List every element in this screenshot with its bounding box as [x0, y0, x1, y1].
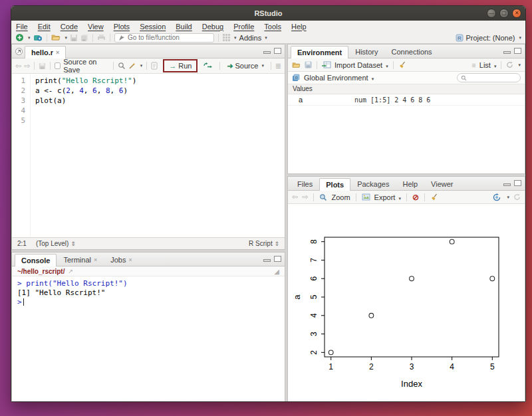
- document-outline-icon[interactable]: ≣: [275, 62, 281, 70]
- code-tools-dropdown-icon[interactable]: ▾: [140, 63, 143, 68]
- import-dataset-button[interactable]: Import Dataset ▾: [334, 61, 388, 69]
- menu-file[interactable]: File: [16, 23, 28, 31]
- load-workspace-icon[interactable]: [292, 62, 301, 68]
- back-icon[interactable]: ⇦: [15, 62, 21, 70]
- r-environment-cube-icon: R: [292, 74, 301, 82]
- menu-view[interactable]: View: [88, 23, 104, 31]
- menu-help[interactable]: Help: [291, 23, 307, 31]
- source-minimize-icon[interactable]: [263, 51, 271, 54]
- addins-grid-icon[interactable]: [223, 34, 230, 41]
- scope-updown-icon: ⇕: [70, 241, 76, 247]
- tab-plots[interactable]: Plots: [319, 178, 350, 191]
- menu-profile[interactable]: Profile: [233, 23, 254, 31]
- project-selector[interactable]: R Project: (None) ▾: [456, 34, 522, 42]
- environment-search-input[interactable]: [469, 74, 517, 82]
- menu-edit[interactable]: Edit: [38, 23, 51, 31]
- tab-files[interactable]: Files: [291, 177, 319, 190]
- refresh-dropdown-icon[interactable]: ▾: [518, 62, 521, 68]
- environment-minimize-icon[interactable]: [503, 51, 511, 54]
- import-dataset-icon[interactable]: [322, 61, 331, 68]
- addins-grid-dropdown-icon[interactable]: ▾: [234, 35, 237, 41]
- tab-terminal[interactable]: Terminal×: [57, 253, 104, 266]
- text-cursor: [23, 298, 24, 306]
- goto-file-box[interactable]: [114, 33, 214, 43]
- console-output-line: [1] "Hello Rscript!": [17, 288, 279, 298]
- tab-packages[interactable]: Packages: [350, 177, 396, 190]
- source-popout-icon[interactable]: [15, 48, 23, 55]
- tab-help[interactable]: Help: [396, 177, 424, 190]
- code-editor[interactable]: 1 2 3 4 5 print("Hello Rscript!") a <- c…: [12, 74, 285, 237]
- zoom-plot-icon[interactable]: [319, 193, 327, 201]
- new-project-icon[interactable]: [33, 34, 43, 42]
- tab-environment[interactable]: Environment: [291, 46, 348, 58]
- code-text: print("Hello Rscript!") a <- c(2, 4, 6, …: [31, 74, 136, 237]
- clear-workspace-broom-icon[interactable]: [398, 61, 406, 69]
- open-file-icon[interactable]: [51, 34, 61, 41]
- export-plot-icon[interactable]: [362, 193, 370, 201]
- clear-plots-broom-icon[interactable]: [430, 193, 438, 201]
- tab-hello-r[interactable]: hello.r ×: [25, 46, 66, 58]
- new-file-icon[interactable]: [15, 33, 24, 42]
- zoom-plot-button[interactable]: Zoom: [331, 193, 350, 201]
- console-minimize-icon[interactable]: [263, 259, 271, 262]
- find-replace-icon[interactable]: [118, 62, 126, 70]
- source-on-save-checkbox[interactable]: [55, 62, 61, 69]
- list-view-icon[interactable]: ≡: [471, 61, 475, 69]
- refresh-plot-icon[interactable]: [513, 193, 521, 201]
- source-button[interactable]: ➜ Source ▾: [224, 61, 267, 71]
- console-path-bar: ~/hello_rscript/ ↗ ◢: [12, 266, 285, 276]
- next-plot-icon[interactable]: ⇨: [302, 193, 308, 201]
- publish-dropdown-icon[interactable]: ▾: [507, 195, 509, 200]
- goto-file-input[interactable]: [128, 34, 210, 41]
- jobs-close-icon[interactable]: ×: [129, 257, 132, 263]
- tab-connections[interactable]: Connections: [384, 45, 438, 58]
- tab-jobs[interactable]: Jobs×: [104, 253, 139, 266]
- scope-selector[interactable]: (Top Level) ⇕: [36, 240, 76, 247]
- menu-build[interactable]: Build: [176, 23, 192, 31]
- console-maximize-icon[interactable]: [274, 256, 281, 262]
- environment-search-box[interactable]: [457, 73, 521, 82]
- addins-button[interactable]: Addins ▾: [239, 34, 267, 42]
- close-window-icon[interactable]: ✕: [512, 9, 521, 18]
- tab-console[interactable]: Console: [15, 254, 57, 266]
- save-all-icon[interactable]: [80, 34, 88, 42]
- save-workspace-icon[interactable]: [305, 61, 312, 68]
- goto-directory-icon[interactable]: ↗: [68, 268, 73, 274]
- forward-icon[interactable]: ⇨: [24, 62, 30, 70]
- environment-maximize-icon[interactable]: [514, 48, 521, 54]
- source-maximize-icon[interactable]: [274, 48, 281, 54]
- code-tools-wand-icon[interactable]: [128, 62, 136, 70]
- refresh-environment-icon[interactable]: [506, 61, 513, 68]
- open-file-dropdown-icon[interactable]: ▾: [65, 35, 68, 41]
- menu-code[interactable]: Code: [61, 23, 78, 31]
- menu-plots[interactable]: Plots: [114, 23, 130, 31]
- menu-tools[interactable]: Tools: [264, 23, 281, 31]
- remove-plot-icon[interactable]: ⊘: [412, 193, 419, 202]
- menu-session[interactable]: Session: [140, 23, 166, 31]
- new-file-dropdown-icon[interactable]: ▾: [28, 35, 31, 41]
- save-icon[interactable]: [70, 34, 78, 42]
- rerun-icon[interactable]: [203, 62, 213, 69]
- tab-viewer[interactable]: Viewer: [424, 177, 460, 190]
- tab-history[interactable]: History: [348, 45, 384, 58]
- menu-debug[interactable]: Debug: [202, 23, 223, 31]
- list-view-button[interactable]: List ▾: [479, 61, 497, 69]
- plots-minimize-icon[interactable]: [503, 183, 511, 186]
- minimize-window-icon[interactable]: —: [487, 9, 496, 18]
- console-output[interactable]: > print("Hello Rscript!") [1] "Hello Rsc…: [12, 276, 285, 402]
- print-icon[interactable]: [97, 34, 106, 42]
- tab-close-icon[interactable]: ×: [56, 49, 59, 56]
- filetype-selector[interactable]: R Script ⇕: [249, 240, 279, 247]
- run-button[interactable]: → Run: [166, 61, 194, 70]
- compile-report-icon[interactable]: [151, 62, 158, 70]
- previous-plot-icon[interactable]: ⇦: [292, 193, 298, 201]
- terminal-close-icon[interactable]: ×: [94, 257, 97, 263]
- resize-grip-icon[interactable]: ◢: [274, 268, 279, 275]
- publish-plot-icon[interactable]: [492, 193, 501, 201]
- plots-maximize-icon[interactable]: [514, 180, 521, 186]
- save-doc-icon[interactable]: [39, 62, 46, 70]
- export-plot-button[interactable]: Export ▾: [374, 193, 401, 201]
- env-row-a[interactable]: a num [1:5] 2 4 6 8 6: [288, 94, 525, 106]
- maximize-window-icon[interactable]: ▢: [499, 9, 509, 18]
- environment-scope-selector[interactable]: Global Environment ▾: [304, 74, 374, 82]
